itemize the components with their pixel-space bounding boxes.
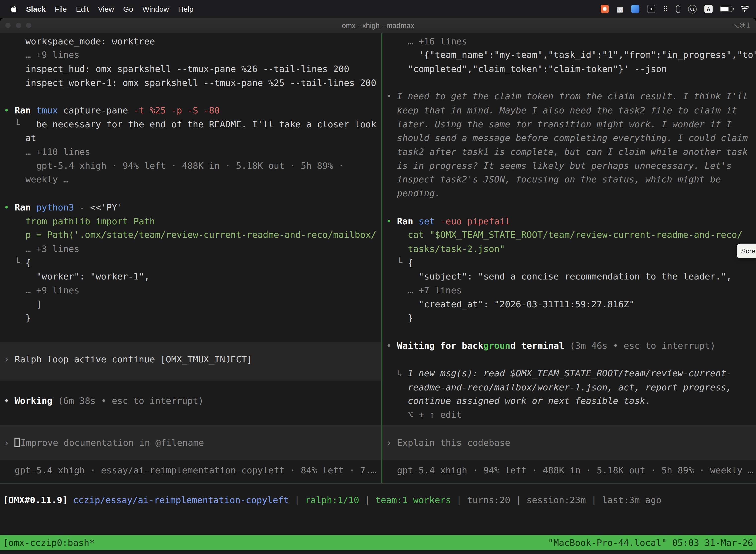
text-segment: groun <box>484 340 510 351</box>
terminal-line: "worker": "worker-1", <box>4 270 381 284</box>
menu-window[interactable]: Window <box>142 4 169 13</box>
terminal-line: task2 after task1 is complete, but can I… <box>386 145 756 159</box>
text-segment: … +7 lines <box>386 285 462 295</box>
terminal-line: gpt-5.4 xhigh · essay/ai-reimplementatio… <box>4 464 381 478</box>
grid-icon[interactable]: ▦ <box>617 4 624 13</box>
menu-view[interactable]: View <box>98 4 114 13</box>
terminal-line: … +3 lines <box>4 242 381 256</box>
terminal-line: inspect_hud: omx sparkshell --tmux-pane … <box>4 62 381 76</box>
tmux-session-info: [omx-cczip0:bash* <box>3 537 95 548</box>
terminal-line: • Ran tmux capture-pane -t %25 -p -S -80 <box>4 104 381 118</box>
text-segment <box>31 202 36 212</box>
terminal-line: cat "$OMX_TEAM_STATE_ROOT/team/review-cu… <box>386 228 756 242</box>
terminal-line <box>4 422 381 436</box>
menu-bar-left: Slack File Edit View Go Window Help <box>0 4 193 13</box>
text-segment: workspace_mode: worktree <box>4 36 155 46</box>
terminal-line: ↳ 1 new msg(s): read $OMX_TEAM_STATE_ROO… <box>386 367 756 381</box>
blue-app-icon[interactable] <box>631 5 639 13</box>
text-segment: '{"team_name":"my-team","task_id":"1","f… <box>386 50 756 60</box>
terminal-line <box>386 450 756 464</box>
terminal-line: inspect_worker-1: omx sparkshell --tmux-… <box>4 76 381 90</box>
terminal-line: } <box>4 311 381 325</box>
text-segment: cat "$OMX_TEAM_STATE_ROOT/team/review-cu… <box>386 230 742 240</box>
text-segment: ] <box>4 299 42 309</box>
terminal-line: • Waiting for background terminal (3m 46… <box>386 339 756 353</box>
text-segment <box>68 495 73 505</box>
menu-go[interactable]: Go <box>123 4 133 13</box>
terminal-line: … +9 lines <box>4 284 381 297</box>
text-segment: • <box>386 340 397 351</box>
terminal-line: › Explain this codebase <box>386 436 756 450</box>
terminal-line: [OMX#0.11.9] cczip/essay/ai-reimplementa… <box>3 494 756 508</box>
wifi-icon[interactable] <box>740 5 749 12</box>
battery-icon[interactable] <box>720 6 733 12</box>
menu-help[interactable]: Help <box>178 4 193 13</box>
active-app-menu[interactable]: Slack <box>26 4 46 13</box>
text-segment: "subject": "send a concise recommendatio… <box>386 271 732 281</box>
text-segment: ralph:1/10 <box>305 495 359 505</box>
menu-file[interactable]: File <box>55 4 67 13</box>
text-segment: -euo pipefail <box>440 216 510 226</box>
text-segment: ⌥ + ↑ edit <box>386 410 462 420</box>
text-segment: • <box>4 202 15 212</box>
text-segment: from pathlib import Path <box>4 216 155 226</box>
menu-bar-status-icons: ▦ > ⠿ 61 A <box>601 4 756 13</box>
terminal-line <box>4 90 381 104</box>
terminal-line: gpt-5.4 xhigh · 94% left · 488K in · 5.1… <box>4 159 381 173</box>
text-segment: 1 new msg(s): read $OMX_TEAM_STATE_ROOT/… <box>408 368 732 378</box>
text-segment: Ran <box>15 105 31 115</box>
text-segment: later. Using the same for transition mig… <box>386 119 732 129</box>
text-segment: › <box>4 354 15 365</box>
terminal-line: • Working (6m 38s • esc to interrupt) <box>4 394 381 408</box>
text-segment: readme-and-reco/mailbox/worker-1.json, a… <box>386 382 732 392</box>
text-segment: … +16 lines <box>386 36 467 46</box>
terminal-line: › Improve documentation in @filename <box>4 436 381 450</box>
terminal-line <box>386 353 756 367</box>
text-segment: gpt-5.4 xhigh · 94% left · 488K in · 5.1… <box>4 161 344 171</box>
terminal-line: "created_at": "2026-03-31T11:59:27.816Z" <box>386 297 756 312</box>
text-segment: • <box>4 105 15 115</box>
text-segment: } <box>4 313 31 323</box>
text-segment: | <box>289 495 305 505</box>
horizontal-divider <box>0 483 756 484</box>
apple-menu-icon[interactable] <box>11 5 17 13</box>
terminal-content: workspace_mode: worktree … +9 lines insp… <box>0 33 756 554</box>
terminal-line: from pathlib import Path <box>4 214 381 228</box>
terminal-line: workspace_mode: worktree <box>4 35 381 48</box>
dots-grid-icon[interactable]: ⠿ <box>663 4 668 13</box>
screen-recording-icon[interactable] <box>601 5 609 13</box>
terminal-line <box>4 367 381 381</box>
right-pane-lines: … +16 lines '{"team_name":"my-team","tas… <box>386 35 756 477</box>
terminal-line: ] <box>4 297 381 312</box>
notification-sliver[interactable]: Scre <box>737 244 756 258</box>
terminal-app-icon[interactable]: > <box>647 5 655 13</box>
text-segment: Ran <box>15 202 31 212</box>
terminal-line <box>386 76 756 90</box>
input-source-icon[interactable]: A <box>704 5 712 13</box>
terminal-line: "subject": "send a concise recommendatio… <box>386 270 756 284</box>
text-segment: └ <box>4 119 37 129</box>
text-segment: set <box>419 216 435 226</box>
menu-edit[interactable]: Edit <box>76 4 89 13</box>
tmux-pane-left[interactable]: workspace_mode: worktree … +9 lines insp… <box>0 33 381 483</box>
capsule-icon[interactable] <box>676 5 680 13</box>
tmux-pane-right[interactable]: … +16 lines '{"team_name":"my-team","tas… <box>382 33 756 483</box>
left-pane-lines: workspace_mode: worktree … +9 lines insp… <box>4 35 381 477</box>
terminal-line: └ { <box>386 256 756 270</box>
text-segment: pending. <box>386 188 440 198</box>
window-titlebar[interactable]: omx --xhigh --madmax ⌥⌘1 <box>0 18 756 33</box>
terminal-line: pending. <box>386 187 756 201</box>
gauge-badge[interactable]: 61 <box>688 4 697 13</box>
text-segment: • <box>4 396 15 406</box>
tmux-host-clock: "MacBook-Pro-44.local" 05:03 31-Mar-26 <box>548 537 753 548</box>
text-segment: task2 after task1 is complete, but can I… <box>386 147 748 157</box>
text-segment: › <box>4 437 15 447</box>
text-segment: team:1 workers <box>375 495 451 505</box>
text-segment: • <box>386 216 397 226</box>
terminal-line: └ { <box>4 256 381 270</box>
text-segment: gpt-5.4 xhigh · 94% left · 488K in · 5.1… <box>386 465 753 475</box>
text-cursor <box>15 437 20 447</box>
text-segment: | <box>359 495 375 505</box>
text-segment: gpt-5.4 xhigh · essay/ai-reimplementatio… <box>4 465 376 475</box>
text-segment: should send a message before completing … <box>386 133 748 143</box>
